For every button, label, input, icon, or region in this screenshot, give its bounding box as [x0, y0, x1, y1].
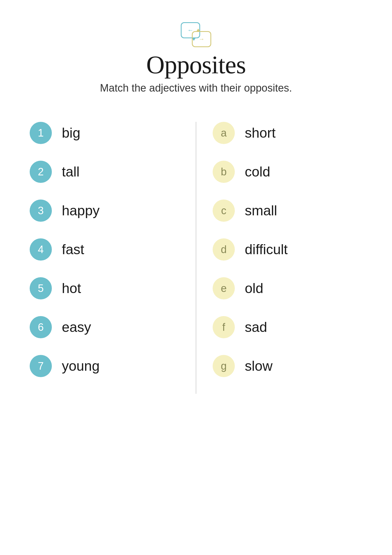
speech-bubble-right: → — [192, 31, 211, 47]
left-item-2: 2 tall — [30, 161, 179, 183]
opposite-word-label: small — [245, 203, 277, 219]
number-label: 3 — [38, 205, 44, 217]
letter-circle-g: g — [213, 355, 235, 377]
left-item-1: 1 big — [30, 122, 179, 144]
left-item-3: 3 happy — [30, 200, 179, 222]
right-item-b: b cold — [213, 161, 362, 183]
left-column: 1 big 2 tall 3 happy 4 fast 5 hot 6 — [30, 122, 196, 394]
page-title: Opposites — [146, 50, 246, 79]
column-divider — [196, 122, 196, 394]
number-label: 7 — [38, 360, 44, 372]
number-circle-1: 1 — [30, 122, 52, 144]
letter-circle-b: b — [213, 161, 235, 183]
opposite-word-label: slow — [245, 358, 273, 374]
word-label: easy — [62, 319, 91, 335]
opposite-word-label: cold — [245, 164, 270, 180]
letter-label: e — [221, 282, 226, 294]
page-subtitle: Match the adjectives with their opposite… — [100, 82, 292, 94]
number-label: 4 — [38, 244, 44, 256]
letter-circle-a: a — [213, 122, 235, 144]
arrow-right-icon: → — [198, 36, 205, 43]
opposite-word-label: old — [245, 280, 263, 296]
left-item-7: 7 young — [30, 355, 179, 377]
letter-label: g — [221, 360, 226, 372]
letter-label: b — [221, 166, 226, 178]
letter-circle-d: d — [213, 238, 235, 261]
right-item-a: a short — [213, 122, 362, 144]
right-item-d: d difficult — [213, 238, 362, 261]
word-label: hot — [62, 280, 81, 296]
right-column: a short b cold c small d difficult e old — [196, 122, 362, 394]
right-item-g: g slow — [213, 355, 362, 377]
letter-circle-e: e — [213, 277, 235, 299]
opposite-word-label: difficult — [245, 241, 288, 258]
number-label: 6 — [38, 321, 44, 333]
letter-label: a — [221, 127, 226, 139]
left-item-4: 4 fast — [30, 238, 179, 261]
opposite-word-label: short — [245, 125, 276, 141]
number-circle-4: 4 — [30, 238, 52, 261]
right-item-c: c small — [213, 200, 362, 222]
page-header: ← → Opposites Match the adjectives with … — [100, 22, 292, 94]
right-item-e: e old — [213, 277, 362, 299]
word-label: happy — [62, 203, 100, 219]
letter-circle-f: f — [213, 316, 235, 338]
number-circle-2: 2 — [30, 161, 52, 183]
letter-label: d — [221, 244, 226, 256]
header-icon: ← → — [181, 22, 211, 47]
word-label: big — [62, 125, 80, 141]
word-label: young — [62, 358, 100, 374]
word-label: tall — [62, 164, 80, 180]
opposite-word-label: sad — [245, 319, 267, 335]
number-label: 1 — [38, 127, 44, 139]
number-circle-5: 5 — [30, 277, 52, 299]
left-item-5: 5 hot — [30, 277, 179, 299]
letter-label: f — [222, 321, 225, 333]
number-circle-6: 6 — [30, 316, 52, 338]
number-circle-3: 3 — [30, 200, 52, 222]
word-label: fast — [62, 241, 84, 258]
matching-content: 1 big 2 tall 3 happy 4 fast 5 hot 6 — [30, 122, 362, 394]
right-item-f: f sad — [213, 316, 362, 338]
left-item-6: 6 easy — [30, 316, 179, 338]
number-label: 2 — [38, 166, 44, 178]
number-circle-7: 7 — [30, 355, 52, 377]
letter-circle-c: c — [213, 200, 235, 222]
number-label: 5 — [38, 282, 44, 294]
letter-label: c — [221, 205, 226, 217]
